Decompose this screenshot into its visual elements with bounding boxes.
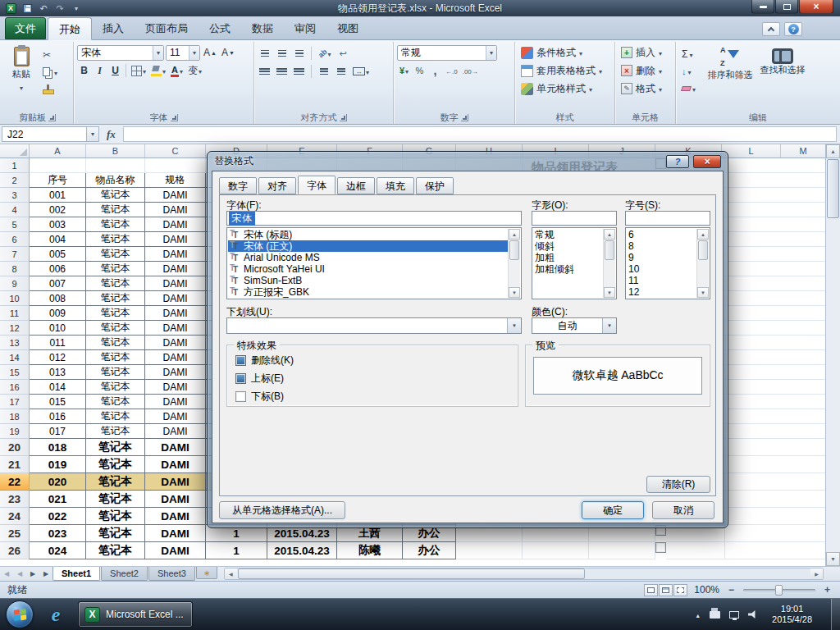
ok-button[interactable]: 确定 — [582, 501, 644, 519]
row-header[interactable]: 13 — [0, 336, 30, 350]
dialog-tab[interactable]: 边框 — [337, 177, 375, 194]
cell[interactable]: 003 — [30, 217, 86, 232]
cell[interactable]: DAMI — [145, 306, 206, 321]
cell[interactable]: 笔记本 — [86, 217, 145, 232]
cell[interactable]: 012 — [30, 350, 86, 365]
paste-button[interactable]: 粘贴 — [5, 43, 38, 111]
effect-checkbox-row[interactable]: 删除线(K) — [235, 354, 294, 367]
font-name-input[interactable]: 宋体 — [226, 211, 522, 226]
dialog-launcher-icon[interactable] — [171, 114, 178, 121]
row-header[interactable]: 19 — [0, 424, 30, 439]
cell[interactable] — [725, 232, 825, 247]
ribbon-tab[interactable]: 页面布局 — [135, 18, 199, 39]
cell[interactable]: 002 — [30, 203, 86, 217]
cell[interactable]: 1 — [206, 542, 267, 559]
accounting-format-button[interactable] — [397, 63, 411, 79]
comma-style-button[interactable] — [428, 63, 442, 79]
align-center-button[interactable] — [275, 64, 289, 80]
cell[interactable]: 024 — [30, 542, 86, 559]
vertical-scrollbar[interactable] — [825, 144, 840, 566]
cell[interactable] — [725, 188, 825, 203]
cancel-button[interactable]: 取消 — [652, 501, 714, 519]
cell[interactable] — [725, 336, 825, 350]
row-header[interactable]: 7 — [0, 247, 30, 262]
cell[interactable]: 008 — [30, 291, 86, 306]
fill-color-button[interactable] — [149, 63, 167, 79]
cell[interactable]: DAMI — [145, 232, 206, 247]
undo-icon[interactable] — [36, 2, 51, 15]
style-list-scrollbar[interactable] — [603, 229, 615, 298]
dialog-tab[interactable]: 字体 — [298, 176, 336, 194]
scroll-up-icon[interactable] — [697, 229, 709, 240]
font-list-item[interactable]: 方正报宋_GBK — [228, 286, 508, 298]
cell[interactable]: DAMI — [145, 439, 206, 456]
decrease-decimal-button[interactable] — [461, 63, 480, 79]
font-list-item[interactable]: Microsoft YaHei UI — [228, 263, 508, 275]
cell[interactable] — [725, 321, 825, 336]
cell[interactable]: DAMI — [145, 247, 206, 262]
cell[interactable]: 020 — [30, 473, 86, 491]
borders-button[interactable] — [130, 63, 148, 79]
column-header[interactable]: C — [145, 144, 206, 158]
checkbox-icon[interactable] — [235, 391, 246, 402]
phonetic-guide-button[interactable]: 变 — [186, 63, 203, 79]
font-list-item[interactable]: 宋体 (正文) — [228, 240, 508, 252]
vertical-scrollbar-thumb[interactable] — [827, 159, 839, 218]
cell[interactable] — [725, 491, 825, 508]
ribbon-tab[interactable]: 审阅 — [284, 18, 326, 39]
cell[interactable]: 笔记本 — [86, 276, 145, 291]
cell[interactable]: 笔记本 — [86, 456, 145, 473]
row-header[interactable]: 21 — [0, 456, 30, 473]
cell[interactable]: DAMI — [145, 424, 206, 439]
network-tray-icon[interactable] — [729, 611, 739, 619]
dialog-tab[interactable]: 数字 — [219, 177, 257, 194]
cell[interactable]: DAMI — [145, 380, 206, 395]
font-list-scrollbar[interactable] — [508, 229, 520, 298]
cell[interactable]: DAMI — [145, 276, 206, 291]
cell[interactable]: 005 — [30, 247, 86, 262]
orientation-button[interactable] — [317, 46, 333, 62]
zoom-out-button[interactable] — [726, 584, 737, 596]
cell[interactable]: DAMI — [145, 203, 206, 217]
qat-customize-icon[interactable] — [69, 2, 84, 15]
cell[interactable]: DAMI — [145, 395, 206, 409]
scroll-down-icon[interactable] — [697, 287, 709, 298]
dialog-tab[interactable]: 对齐 — [258, 177, 296, 194]
cell[interactable]: 004 — [30, 232, 86, 247]
name-box[interactable]: J22 — [2, 126, 87, 142]
row-header[interactable]: 18 — [0, 409, 30, 424]
dialog-tab[interactable]: 保护 — [416, 177, 454, 194]
row-header[interactable]: 5 — [0, 217, 30, 232]
scroll-up-icon[interactable] — [826, 144, 840, 158]
cell[interactable]: 014 — [30, 380, 86, 395]
cell[interactable]: 笔记本 — [86, 321, 145, 336]
taskbar-clock[interactable]: 19:01 2015/4/28 — [767, 604, 822, 625]
cell[interactable]: 011 — [30, 336, 86, 350]
number-format-combo[interactable]: 常规 — [397, 45, 497, 61]
cell[interactable] — [145, 158, 206, 173]
find-select-button[interactable]: 查找和选择 — [758, 43, 807, 111]
cell[interactable]: DAMI — [145, 456, 206, 473]
row-header[interactable]: 2 — [0, 173, 30, 188]
cell[interactable]: 2015.04.23 — [267, 542, 337, 559]
increase-decimal-button[interactable] — [444, 63, 459, 79]
cell[interactable]: 笔记本 — [86, 247, 145, 262]
row-header[interactable]: 25 — [0, 525, 30, 542]
cell[interactable] — [725, 262, 825, 276]
zoom-level[interactable]: 100% — [694, 584, 719, 596]
checkbox-icon[interactable] — [235, 373, 246, 384]
dropdown-icon[interactable] — [153, 46, 163, 60]
next-sheet-icon[interactable] — [26, 567, 39, 580]
cell[interactable] — [725, 380, 825, 395]
effect-checkbox-row[interactable]: 下标(B) — [235, 390, 294, 403]
dialog-tab[interactable]: 填充 — [377, 177, 414, 194]
cell[interactable]: 笔记本 — [86, 508, 145, 525]
select-all-corner[interactable] — [0, 144, 30, 158]
dropdown-icon[interactable] — [486, 46, 496, 60]
cell[interactable]: 笔记本 — [86, 336, 145, 350]
cell[interactable]: DAMI — [145, 188, 206, 203]
dropdown-icon[interactable] — [602, 318, 616, 333]
column-header[interactable]: B — [86, 144, 145, 158]
scroll-right-icon[interactable] — [810, 568, 823, 579]
align-middle-button[interactable] — [275, 46, 289, 62]
